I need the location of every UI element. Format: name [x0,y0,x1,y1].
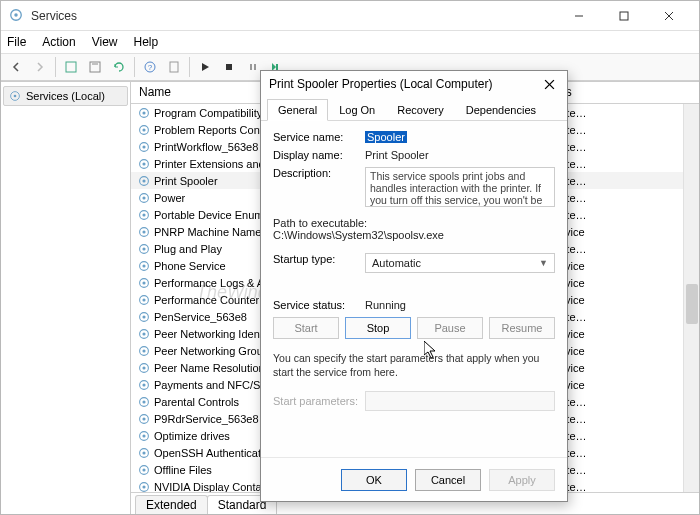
service-status-label: Service status: [273,299,359,311]
gear-icon [137,157,151,171]
description-box[interactable]: This service spools print jobs and handl… [365,167,555,207]
svg-rect-14 [254,64,256,70]
service-logon: Syste… [548,396,699,408]
gear-icon [137,276,151,290]
tab-recovery[interactable]: Recovery [386,99,454,121]
menu-help[interactable]: Help [134,35,159,49]
svg-point-51 [142,383,145,386]
window-title: Services [31,9,556,23]
startup-type-combo[interactable]: Automatic ▼ [365,253,555,273]
stop-icon[interactable] [218,56,240,78]
sheet-icon[interactable] [163,56,185,78]
help-icon[interactable]: ? [139,56,161,78]
service-logon: Syste… [548,209,699,221]
description-label: Description: [273,167,359,179]
cancel-button[interactable]: Cancel [415,469,481,491]
service-logon: Syste… [548,464,699,476]
gear-icon [137,395,151,409]
gear-icon [137,123,151,137]
svg-point-57 [142,434,145,437]
gear-icon [137,446,151,460]
dialog-tabs: General Log On Recovery Dependencies [261,97,567,121]
refresh-icon[interactable] [108,56,130,78]
service-logon: Service [548,362,699,374]
svg-point-17 [14,95,17,98]
service-logon: Syste… [548,481,699,493]
service-name-value[interactable]: Spooler [365,131,407,143]
svg-point-27 [142,179,145,182]
service-status-value: Running [365,299,555,311]
svg-text:?: ? [148,63,153,72]
tab-extended[interactable]: Extended [135,495,208,514]
gear-icon [137,191,151,205]
gear-icon [137,225,151,239]
back-button[interactable] [5,56,27,78]
menu-file[interactable]: File [7,35,26,49]
start-params-label: Start parameters: [273,395,359,407]
svg-point-47 [142,349,145,352]
svg-point-37 [142,264,145,267]
stop-button[interactable]: Stop [345,317,411,339]
start-params-input [365,391,555,411]
svg-rect-12 [226,64,232,70]
gear-icon [137,463,151,477]
gear-icon [137,327,151,341]
service-logon: Service [548,260,699,272]
service-logon: Service [548,294,699,306]
dialog-close-button[interactable] [539,74,559,94]
play-icon[interactable] [194,56,216,78]
service-logon: Syste… [548,447,699,459]
main-titlebar[interactable]: Services [1,1,699,31]
svg-point-63 [142,485,145,488]
tab-general[interactable]: General [267,99,328,121]
service-logon: Syste… [548,158,699,170]
gear-icon [137,344,151,358]
gear-icon [137,208,151,222]
startup-type-label: Startup type: [273,253,359,265]
service-logon: Service [548,226,699,238]
menu-action[interactable]: Action [42,35,75,49]
svg-point-31 [142,213,145,216]
minimize-button[interactable] [556,2,601,30]
svg-point-45 [142,332,145,335]
maximize-button[interactable] [601,2,646,30]
path-label: Path to executable: [273,217,555,229]
display-name-label: Display name: [273,149,359,161]
export-icon[interactable] [84,56,106,78]
properties-dialog: Print Spooler Properties (Local Computer… [260,70,568,502]
svg-point-41 [142,298,145,301]
service-logon: Syste… [548,175,699,187]
scrollbar[interactable] [683,104,699,492]
display-name-value: Print Spooler [365,149,555,161]
tree-pane[interactable]: Services (Local) [1,82,131,514]
ok-button[interactable]: OK [341,469,407,491]
service-logon: Syste… [548,413,699,425]
service-name-label: Service name: [273,131,359,143]
svg-point-39 [142,281,145,284]
svg-point-35 [142,247,145,250]
scroll-thumb[interactable] [686,284,698,324]
gear-icon [137,106,151,120]
tab-logon[interactable]: Log On [328,99,386,121]
path-value: C:\Windows\System32\spoolsv.exe [273,229,555,241]
svg-rect-13 [250,64,252,70]
svg-rect-11 [170,62,178,72]
gear-icon [137,429,151,443]
svg-point-55 [142,417,145,420]
svg-point-25 [142,162,145,165]
window-controls [556,2,691,30]
control-buttons: Start Stop Pause Resume [273,317,555,339]
svg-point-19 [142,111,145,114]
close-button[interactable] [646,2,691,30]
svg-point-59 [142,451,145,454]
menu-view[interactable]: View [92,35,118,49]
forward-button[interactable] [29,56,51,78]
dialog-titlebar[interactable]: Print Spooler Properties (Local Computer… [261,71,567,97]
tab-dependencies[interactable]: Dependencies [455,99,547,121]
dialog-title: Print Spooler Properties (Local Computer… [269,77,539,91]
tree-services-local[interactable]: Services (Local) [3,86,128,106]
properties-icon[interactable] [60,56,82,78]
svg-rect-6 [66,62,76,72]
gear-icon [137,242,151,256]
startup-type-value: Automatic [372,257,421,269]
